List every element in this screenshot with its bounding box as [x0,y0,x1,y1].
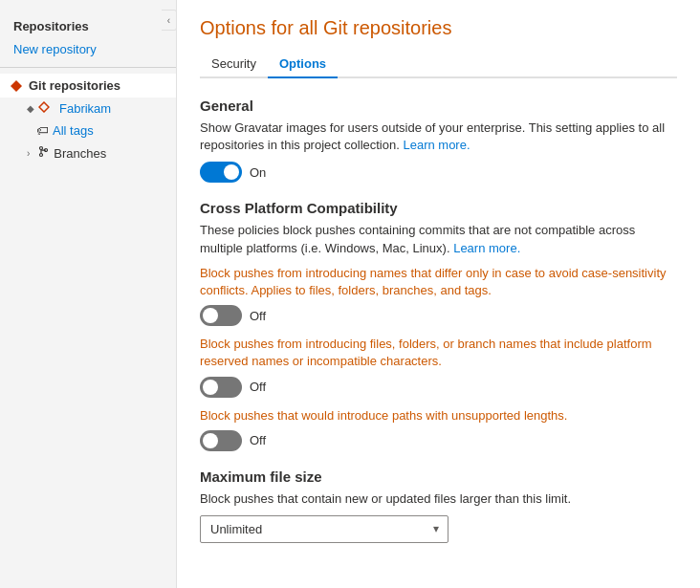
page-title: Options for all Git repositories [200,17,677,39]
svg-marker-0 [11,80,22,92]
tab-options[interactable]: Options [268,51,338,78]
policy-case-sensitivity: Block pushes from introducing names that… [200,265,677,326]
cross-platform-learn-more-link[interactable]: Learn more. [453,241,520,255]
general-toggle-label: On [250,165,266,180]
policy-case-sensitivity-toggle[interactable] [200,305,242,326]
general-title: General [200,98,677,114]
policy-path-length-toggle-row: Off [200,430,677,451]
max-file-size-title: Maximum file size [200,468,677,485]
policy-reserved-names-thumb [203,380,218,395]
max-file-size-dropdown[interactable]: Unlimited 1 GB 500 MB 100 MB 50 MB 10 MB… [200,515,448,543]
cross-platform-desc-text: These policies block pushes containing c… [200,223,635,254]
max-file-size-description: Block pushes that contain new or updated… [200,490,677,508]
main-content: Options for all Git repositories Securit… [177,0,700,588]
tabs-bar: Security Options [200,51,677,78]
git-repos-icon [10,79,23,93]
sidebar-divider [0,67,176,68]
sidebar-item-branches[interactable]: › Branches [0,142,176,164]
policy-reserved-names: Block pushes from introducing files, fol… [200,336,677,397]
general-toggle-row: On [200,162,677,183]
cross-platform-section: Cross Platform Compatibility These polic… [200,200,677,450]
branches-icon [37,145,50,161]
all-tags-icon: 🏷 [36,123,49,138]
general-toggle[interactable] [200,162,242,183]
policy-reserved-names-toggle[interactable] [200,377,242,398]
fabrikam-label: Fabrikam [59,101,111,116]
policy-reserved-names-label: Off [250,380,266,394]
sidebar-collapse-button[interactable]: ‹ [162,10,177,31]
general-section: General Show Gravatar images for users o… [200,98,677,183]
general-toggle-thumb [224,164,239,180]
fabrikam-icon [38,101,50,116]
svg-point-2 [40,147,43,150]
policy-reserved-names-toggle-row: Off [200,377,677,398]
branches-expand-icon: › [27,148,30,159]
svg-marker-1 [39,102,49,112]
policy-case-sensitivity-label: Off [250,309,266,323]
cross-platform-title: Cross Platform Compatibility [200,200,677,216]
max-file-size-dropdown-container: Unlimited 1 GB 500 MB 100 MB 50 MB 10 MB… [200,515,448,543]
cross-platform-description: These policies block pushes containing c… [200,222,677,256]
policy-path-length-desc: Block pushes that would introduce paths … [200,407,677,425]
sidebar-item-all-tags[interactable]: 🏷 All tags [0,120,176,142]
sidebar-item-git-repositories[interactable]: Git repositories [0,74,176,98]
sidebar: ‹ Repositories New repository Git reposi… [0,0,177,588]
policy-case-sensitivity-thumb [203,308,218,323]
policy-case-sensitivity-desc: Block pushes from introducing names that… [200,265,677,299]
general-description: Show Gravatar images for users outside o… [200,120,677,154]
policy-path-length-label: Off [250,433,266,447]
max-file-size-section: Maximum file size Block pushes that cont… [200,468,677,543]
tab-security[interactable]: Security [200,51,268,78]
policy-path-length-toggle[interactable] [200,430,242,451]
policy-path-length: Block pushes that would introduce paths … [200,407,677,451]
sidebar-section-label: Repositories [0,11,176,37]
svg-point-3 [40,154,43,157]
new-repository-link[interactable]: New repository [0,37,176,61]
policy-reserved-names-desc: Block pushes from introducing files, fol… [200,336,677,370]
general-learn-more-link[interactable]: Learn more. [403,138,470,152]
collapse-icon: ‹ [167,15,170,26]
sidebar-item-fabrikam[interactable]: ◆ Fabrikam [0,98,176,120]
git-repos-label: Git repositories [29,78,120,93]
policy-case-sensitivity-toggle-row: Off [200,305,677,326]
policy-path-length-thumb [203,433,218,448]
fabrikam-expand-icon: ◆ [27,103,34,114]
all-tags-label: All tags [53,123,94,138]
branches-label: Branches [54,146,106,161]
